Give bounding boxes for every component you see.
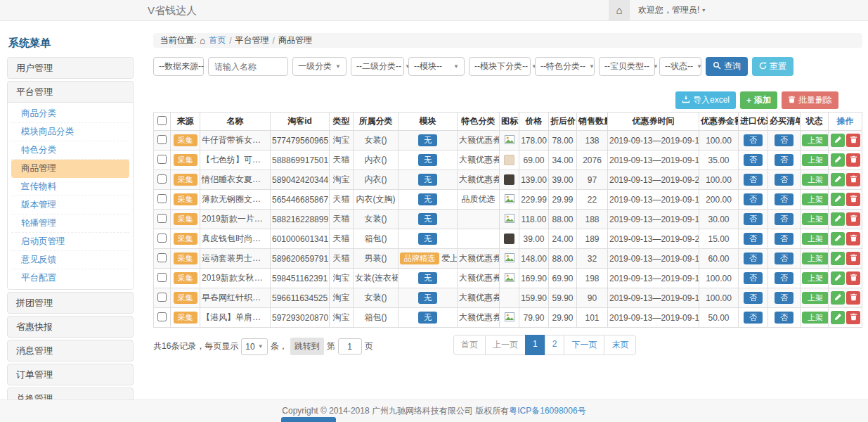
import-select-toggle[interactable]: 否 xyxy=(744,272,763,284)
sidebar-item-意见反馈[interactable]: 意见反馈 xyxy=(11,251,129,269)
sidebar-item-宣传物料[interactable]: 宣传物料 xyxy=(11,178,129,196)
must-buy-toggle[interactable]: 否 xyxy=(775,272,793,284)
delete-button[interactable] xyxy=(846,134,860,147)
edit-button[interactable] xyxy=(831,134,845,147)
status-badge[interactable]: 上架 xyxy=(802,292,829,304)
delete-button[interactable] xyxy=(846,252,860,265)
home-button[interactable]: ⌂ xyxy=(609,0,630,20)
edit-button[interactable] xyxy=(831,193,845,206)
name-search-input[interactable] xyxy=(208,57,288,76)
must-buy-toggle[interactable]: 否 xyxy=(775,174,793,186)
status-badge[interactable]: 上架 xyxy=(802,272,829,284)
row-checkbox[interactable] xyxy=(157,253,167,262)
must-buy-toggle[interactable]: 否 xyxy=(775,292,793,304)
edit-button[interactable] xyxy=(831,291,845,305)
delete-button[interactable] xyxy=(846,311,860,324)
must-buy-toggle[interactable]: 否 xyxy=(775,154,793,166)
add-button[interactable]: + 添加 xyxy=(740,91,777,109)
search-button[interactable]: 查询 xyxy=(706,57,748,76)
sidebar-group-兑换管理[interactable]: 兑换管理 xyxy=(8,388,133,399)
status-badge[interactable]: 上架 xyxy=(802,213,829,225)
status-select[interactable]: --状态--▼ xyxy=(659,57,701,76)
page-size-select[interactable]: 10 ▼ xyxy=(241,338,267,355)
import-select-toggle[interactable]: 否 xyxy=(744,154,763,166)
status-badge[interactable]: 上架 xyxy=(802,312,829,324)
edit-button[interactable] xyxy=(831,252,845,265)
import-select-toggle[interactable]: 否 xyxy=(744,213,763,225)
jump-page-input[interactable] xyxy=(338,338,362,354)
pager-上一页[interactable]: 上一页 xyxy=(485,335,526,355)
sidebar-item-版本管理[interactable]: 版本管理 xyxy=(11,196,129,215)
sidebar-group-订单管理[interactable]: 订单管理 xyxy=(8,364,133,385)
delete-button[interactable] xyxy=(846,193,860,206)
row-checkbox[interactable] xyxy=(157,312,167,321)
import-select-toggle[interactable]: 否 xyxy=(744,252,763,264)
sidebar-item-特色分类[interactable]: 特色分类 xyxy=(11,141,129,160)
status-badge[interactable]: 上架 xyxy=(802,154,829,166)
item-type-select[interactable]: --宝贝类型--▼ xyxy=(599,57,655,76)
must-buy-toggle[interactable]: 否 xyxy=(775,312,793,324)
module-sub-select[interactable]: --模块下分类--▼ xyxy=(469,57,531,76)
must-buy-toggle[interactable]: 否 xyxy=(775,233,793,245)
pager-1[interactable]: 1 xyxy=(525,335,545,355)
row-checkbox[interactable] xyxy=(157,155,167,164)
sidebar-item-启动页管理[interactable]: 启动页管理 xyxy=(11,233,129,251)
import-select-toggle[interactable]: 否 xyxy=(744,233,763,245)
delete-button[interactable] xyxy=(846,291,860,305)
data-source-select[interactable]: --数据来源--▼ xyxy=(153,57,204,76)
delete-button[interactable] xyxy=(846,212,860,226)
breadcrumb-home-link[interactable]: 首页 xyxy=(209,34,226,46)
pager-末页[interactable]: 末页 xyxy=(604,335,636,355)
jump-button[interactable]: 跳转到 xyxy=(290,338,324,355)
sidebar-item-平台配置[interactable]: 平台配置 xyxy=(11,269,129,287)
delete-button[interactable] xyxy=(846,232,860,245)
module-select[interactable]: --模块--▼ xyxy=(408,57,465,76)
batch-delete-button[interactable]: 批量删除 xyxy=(782,91,838,109)
row-checkbox[interactable] xyxy=(157,214,167,223)
import-select-toggle[interactable]: 否 xyxy=(744,292,763,304)
level2-category-select[interactable]: --二级分类--▼ xyxy=(351,57,404,76)
sidebar-group-平台管理[interactable]: 平台管理 xyxy=(8,82,133,102)
must-buy-toggle[interactable]: 否 xyxy=(775,134,793,146)
import-excel-button[interactable]: 导入excel xyxy=(675,91,736,109)
sidebar-item-模块商品分类[interactable]: 模块商品分类 xyxy=(11,123,129,141)
sidebar-group-消息管理[interactable]: 消息管理 xyxy=(8,340,133,361)
import-select-toggle[interactable]: 否 xyxy=(744,134,763,146)
status-badge[interactable]: 上架 xyxy=(802,252,829,264)
edit-button[interactable] xyxy=(831,311,845,324)
sidebar-group-省惠快报[interactable]: 省惠快报 xyxy=(8,316,133,337)
import-select-toggle[interactable]: 否 xyxy=(744,174,763,186)
must-buy-toggle[interactable]: 否 xyxy=(775,213,793,225)
delete-button[interactable] xyxy=(846,173,860,186)
select-all-checkbox[interactable] xyxy=(157,116,167,125)
sidebar-group-用户管理[interactable]: 用户管理 xyxy=(8,58,133,78)
status-badge[interactable]: 上架 xyxy=(802,174,829,186)
edit-button[interactable] xyxy=(831,173,845,186)
row-checkbox[interactable] xyxy=(157,194,167,203)
pager-下一页[interactable]: 下一页 xyxy=(564,335,604,355)
sidebar-item-轮播管理[interactable]: 轮播管理 xyxy=(11,215,129,233)
icp-link[interactable]: 粤ICP备16098006号 xyxy=(509,406,585,416)
sidebar-group-拼团管理[interactable]: 拼团管理 xyxy=(8,293,133,313)
row-checkbox[interactable] xyxy=(157,135,167,144)
import-select-toggle[interactable]: 否 xyxy=(744,193,763,205)
row-checkbox[interactable] xyxy=(157,234,167,243)
edit-button[interactable] xyxy=(831,271,845,285)
status-badge[interactable]: 上架 xyxy=(802,193,829,205)
sidebar-item-商品管理[interactable]: 商品管理 xyxy=(11,160,129,178)
pager-2[interactable]: 2 xyxy=(545,335,565,355)
must-buy-toggle[interactable]: 否 xyxy=(775,252,793,264)
level1-category-select[interactable]: 一级分类▼ xyxy=(292,57,346,76)
import-select-toggle[interactable]: 否 xyxy=(744,312,763,324)
row-checkbox[interactable] xyxy=(157,273,167,282)
pager-首页[interactable]: 首页 xyxy=(453,335,486,355)
edit-button[interactable] xyxy=(831,232,845,245)
sidebar-item-商品分类[interactable]: 商品分类 xyxy=(11,105,129,123)
status-badge[interactable]: 上架 xyxy=(802,134,829,146)
status-badge[interactable]: 上架 xyxy=(802,233,829,245)
edit-button[interactable] xyxy=(831,153,845,167)
feature-category-select[interactable]: --特色分类--▼ xyxy=(535,57,595,76)
reset-button[interactable]: 重置 xyxy=(752,57,793,76)
must-buy-toggle[interactable]: 否 xyxy=(775,193,793,205)
row-checkbox[interactable] xyxy=(157,293,167,302)
